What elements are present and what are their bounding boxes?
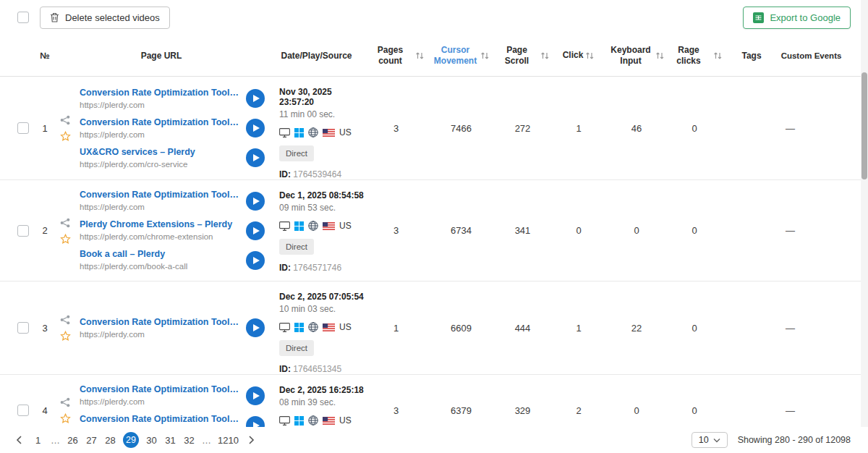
page-title-link[interactable]: Plerdy Chrome Extensions – Plerdy: [80, 219, 240, 231]
play-button[interactable]: [246, 89, 265, 108]
play-button[interactable]: [246, 119, 265, 137]
sort-icon[interactable]: [655, 51, 665, 60]
pagination-page-27[interactable]: 27: [85, 435, 98, 446]
chevron-right-icon: [246, 435, 256, 445]
sort-icon[interactable]: [585, 51, 595, 60]
sort-icon[interactable]: [713, 51, 723, 60]
sort-icon[interactable]: [540, 51, 550, 60]
date-play-source-cell: Nov 30, 2025 23:57:2011 min 00 sec.USDir…: [268, 77, 365, 179]
device-browser-icons: US: [279, 127, 365, 137]
play-button[interactable]: [246, 148, 265, 167]
share-icon[interactable]: [60, 397, 70, 407]
page-title-link[interactable]: Book a call – Plerdy: [80, 248, 240, 261]
page-url-text: https://plerdy.com/book-a-call: [80, 261, 240, 272]
scrollbar-thumb[interactable]: [861, 72, 867, 179]
page-url-cell: Conversion Rate Optimization Tools – Ple…: [75, 77, 268, 179]
pagination-bar: 1…26272829303132…1210 10 Showing 280 - 2…: [0, 427, 868, 453]
tags-value: [723, 281, 780, 374]
header-pages-count: Pages count: [365, 45, 427, 67]
row-actions: [55, 180, 75, 281]
sort-icon[interactable]: [415, 51, 425, 60]
page-title-link[interactable]: UX&CRO services – Plerdy: [80, 146, 240, 158]
browser-globe-icon: [308, 221, 318, 231]
page-entry: Conversion Rate Optimization Tools – Ple…: [75, 114, 268, 143]
row-checkbox[interactable]: [17, 405, 29, 416]
custom-events-value: —: [780, 281, 843, 374]
browser-globe-icon: [308, 322, 318, 332]
pagination-page-30[interactable]: 30: [145, 435, 158, 446]
session-id-line: ID: 1764539464: [279, 169, 365, 179]
row-checkbox[interactable]: [17, 122, 29, 134]
page-title-link[interactable]: Conversion Rate Optimization Tools – Ple…: [80, 87, 240, 99]
play-icon: [253, 154, 260, 161]
page-url-text: https://plerdy.com: [80, 396, 240, 407]
table-body: 1Conversion Rate Optimization Tools – Pl…: [0, 77, 868, 446]
browser-globe-icon: [308, 415, 318, 426]
play-button[interactable]: [246, 386, 265, 405]
page-title-link[interactable]: Conversion Rate Optimization Tools – Ple…: [80, 316, 240, 329]
header-date-play-source: Date/Play/Source: [268, 51, 365, 61]
export-to-google-button[interactable]: Export to Google: [743, 7, 851, 29]
rage-clicks-value: 0: [665, 281, 723, 374]
device-browser-icons: US: [279, 322, 365, 332]
us-flag-icon: [323, 129, 335, 137]
pagination-page-1210[interactable]: 1210: [218, 435, 239, 446]
star-icon[interactable]: [60, 413, 71, 423]
table-row: 2Conversion Rate Optimization Tools – Pl…: [0, 180, 868, 281]
play-button[interactable]: [246, 221, 265, 240]
play-button[interactable]: [246, 318, 265, 337]
pagination-page-26[interactable]: 26: [67, 435, 79, 446]
page-url-cell: Conversion Rate Optimization Tools – Ple…: [75, 281, 268, 374]
browser-globe-icon: [308, 127, 318, 137]
delete-selected-button[interactable]: Delete selected videos: [40, 7, 170, 29]
star-icon[interactable]: [60, 234, 71, 244]
scrollbar-track[interactable]: [861, 0, 868, 427]
share-icon[interactable]: [60, 315, 70, 325]
star-icon[interactable]: [60, 131, 71, 141]
pagination-page-32[interactable]: 32: [183, 435, 195, 446]
pagination-prev[interactable]: [12, 433, 27, 446]
select-all-checkbox[interactable]: [17, 12, 29, 23]
pagination-pages: 1…26272829303132…1210: [32, 432, 239, 448]
session-datetime: Dec 1, 2025 08:54:58: [279, 190, 365, 200]
page-title-link[interactable]: Conversion Rate Optimization Tools – Ple…: [80, 117, 240, 129]
page-link-block: Book a call – Plerdyhttps://plerdy.com/b…: [75, 248, 240, 272]
page-entry: Conversion Rate Optimization Tools – Ple…: [75, 186, 268, 216]
row-checkbox[interactable]: [17, 225, 29, 237]
page-size-select[interactable]: 10: [692, 432, 728, 448]
share-icon[interactable]: [60, 115, 70, 125]
pagination-page-29[interactable]: 29: [123, 432, 139, 448]
desktop-device-icon: [279, 323, 290, 332]
page-entry: Conversion Rate Optimization Tools – Ple…: [75, 381, 268, 410]
page-title-link[interactable]: Conversion Rate Optimization Tools – Ple…: [80, 384, 240, 396]
click-value: 1: [550, 281, 608, 374]
page-link-block: Conversion Rate Optimization Tools – Ple…: [75, 189, 240, 213]
row-checkbox[interactable]: [17, 322, 29, 334]
chevron-left-icon: [14, 435, 25, 445]
custom-events-value: —: [780, 77, 843, 179]
page-title-link[interactable]: Conversion Rate Optimization Tools – Ple…: [80, 413, 240, 426]
traffic-source-badge: Direct: [279, 340, 314, 356]
pages-count-value: 3: [365, 180, 427, 281]
play-button[interactable]: [246, 192, 265, 211]
pagination-next[interactable]: [243, 433, 259, 446]
play-button[interactable]: [246, 251, 265, 270]
page-link-block: Conversion Rate Optimization Tools – Ple…: [75, 316, 240, 340]
pagination-page-1[interactable]: 1: [32, 435, 44, 446]
pagination-page-31[interactable]: 31: [164, 435, 176, 446]
page-title-link[interactable]: Conversion Rate Optimization Tools – Ple…: [80, 189, 240, 201]
pagination-page-28[interactable]: 28: [104, 435, 116, 446]
header-rage-clicks: Rage clicks: [665, 45, 723, 67]
page-entry: Conversion Rate Optimization Tools – Ple…: [75, 84, 268, 114]
play-icon: [253, 227, 260, 234]
star-icon[interactable]: [60, 331, 71, 341]
showing-range-text: Showing 280 - 290 of 12098: [738, 435, 851, 445]
sort-icon[interactable]: [480, 51, 490, 60]
session-datetime: Dec 2, 2025 07:05:54: [279, 292, 365, 302]
table-row: 1Conversion Rate Optimization Tools – Pl…: [0, 77, 868, 180]
share-icon[interactable]: [60, 218, 70, 228]
session-duration: 08 min 39 sec.: [279, 397, 365, 407]
table-row: 3Conversion Rate Optimization Tools – Pl…: [0, 281, 868, 375]
delete-button-label: Delete selected videos: [65, 12, 160, 23]
page-url-text: https://plerdy.com: [80, 129, 240, 140]
